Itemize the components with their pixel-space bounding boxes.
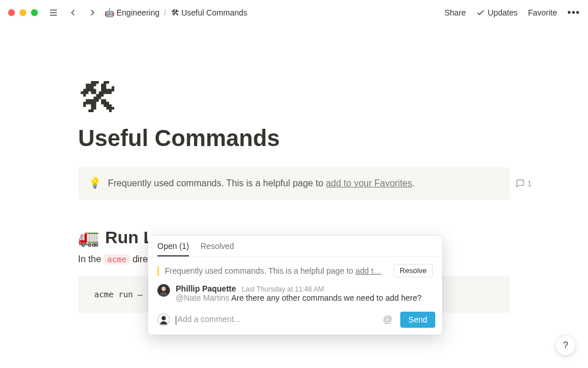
close-window-button[interactable]	[8, 9, 15, 16]
updates-label: Updates	[488, 8, 517, 17]
svg-point-6	[161, 316, 165, 320]
quote-bar	[157, 266, 159, 276]
breadcrumb-parent-icon: 🤖	[105, 8, 114, 17]
callout-suffix: .	[412, 178, 415, 188]
comment-count: 1	[527, 179, 532, 188]
avatar	[157, 284, 170, 297]
comment-text-line: @Nate Martins Are there any other comman…	[176, 293, 433, 302]
popover-tabs: Open (1) Resolved	[148, 236, 442, 257]
resolve-button[interactable]: Resolve	[393, 264, 433, 277]
breadcrumb-current[interactable]: 🛠 Useful Commands	[171, 8, 247, 17]
breadcrumb-parent-label: Engineering	[117, 8, 160, 17]
text-cursor	[176, 316, 176, 325]
section-emoji: 🚛	[78, 227, 99, 247]
more-menu-button[interactable]: •••	[567, 7, 580, 19]
comment-body: Phillip Paquette Last Thursday at 11:46 …	[176, 284, 433, 302]
updates-button[interactable]: Updates	[476, 8, 517, 17]
comment-author: Phillip Paquette	[176, 284, 236, 293]
breadcrumb-page-icon: 🛠	[171, 8, 179, 17]
composer-input[interactable]: Add a comment...	[176, 315, 375, 324]
comment-popover: Open (1) Resolved Frequently used comman…	[148, 236, 442, 335]
breadcrumb-parent[interactable]: 🤖 Engineering	[105, 8, 160, 17]
callout-block[interactable]: 💡 Frequently used commands. This is a he…	[78, 167, 510, 200]
comment-composer: Add a comment... @ Send	[148, 308, 442, 335]
favorite-button[interactable]: Favorite	[528, 8, 558, 17]
breadcrumb: 🤖 Engineering / 🛠 Useful Commands	[105, 8, 247, 17]
comment-icon	[516, 179, 525, 188]
mention-icon[interactable]: @	[381, 315, 394, 325]
avatar-self	[157, 313, 170, 326]
tab-open[interactable]: Open (1)	[157, 241, 189, 256]
check-icon	[476, 8, 485, 17]
forward-button[interactable]	[85, 6, 100, 19]
topbar: 🤖 Engineering / 🛠 Useful Commands Share …	[0, 0, 588, 25]
topbar-actions: Share Updates Favorite •••	[444, 7, 580, 19]
callout-prefix: Frequently used commands. This is a help…	[108, 178, 326, 188]
quoted-block: Frequently used commands. This is a help…	[148, 257, 442, 279]
callout-link[interactable]: add to your Favorites	[326, 178, 412, 188]
mention[interactable]: @Nate Martins	[176, 293, 230, 302]
svg-point-4	[161, 287, 165, 291]
comment-count-indicator[interactable]: 1	[516, 179, 532, 188]
send-button[interactable]: Send	[400, 312, 435, 328]
lightbulb-icon: 💡	[88, 177, 101, 190]
body-prefix: In the	[78, 254, 103, 264]
comment-row: Phillip Paquette Last Thursday at 11:46 …	[148, 279, 442, 308]
window-controls	[8, 9, 38, 16]
section-heading-text: Run L	[105, 228, 154, 247]
composer-placeholder: Add a comment...	[177, 315, 241, 324]
quoted-link: add t…	[355, 266, 381, 275]
comment-text: Are there any other commands we need to …	[230, 293, 422, 302]
help-button[interactable]: ?	[556, 336, 575, 355]
breadcrumb-separator: /	[164, 8, 167, 17]
tab-resolved[interactable]: Resolved	[200, 241, 234, 256]
page-title[interactable]: Useful Commands	[78, 125, 510, 151]
quoted-prefix: Frequently used commands. This is a help…	[165, 266, 355, 275]
callout-text: Frequently used commands. This is a help…	[108, 177, 415, 190]
menu-icon[interactable]	[46, 6, 61, 19]
quoted-text: Frequently used commands. This is a help…	[165, 266, 388, 275]
page-emoji[interactable]: 🛠	[78, 77, 510, 118]
comment-timestamp: Last Thursday at 11:46 AM	[242, 285, 324, 293]
inline-code: acme	[103, 254, 130, 264]
minimize-window-button[interactable]	[20, 9, 26, 16]
maximize-window-button[interactable]	[31, 9, 38, 16]
back-button[interactable]	[65, 6, 80, 19]
share-button[interactable]: Share	[444, 8, 466, 17]
body-suffix: dire	[130, 254, 148, 264]
breadcrumb-page-label: Useful Commands	[181, 8, 247, 17]
